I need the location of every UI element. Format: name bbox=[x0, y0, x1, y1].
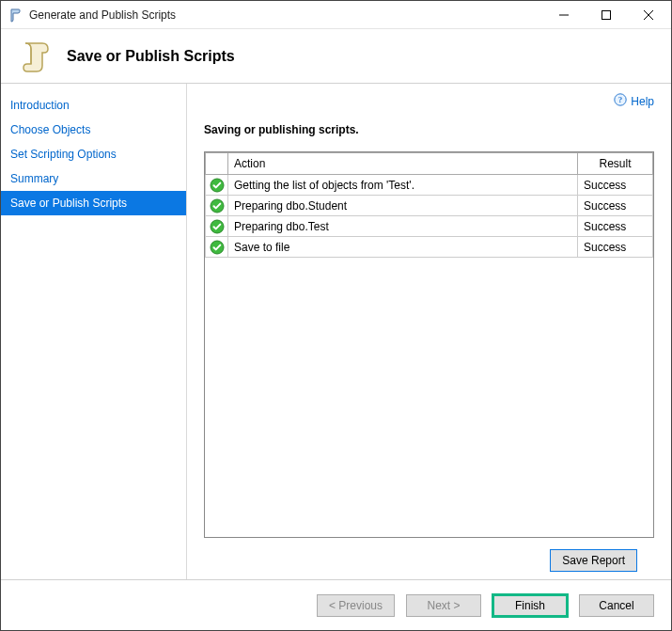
result-cell: Success bbox=[578, 216, 653, 237]
success-icon bbox=[206, 175, 228, 196]
next-button: Next > bbox=[406, 594, 481, 617]
sidebar-item-label: Summary bbox=[10, 172, 58, 185]
app-icon bbox=[8, 8, 23, 23]
sidebar-item-summary[interactable]: Summary bbox=[1, 166, 186, 191]
sidebar-item-set-scripting-options[interactable]: Set Scripting Options bbox=[1, 142, 186, 166]
table-row: Save to fileSuccess bbox=[206, 237, 653, 258]
success-icon bbox=[206, 216, 228, 237]
result-cell: Success bbox=[578, 237, 653, 258]
svg-rect-1 bbox=[602, 10, 610, 19]
save-report-button[interactable]: Save Report bbox=[550, 549, 637, 572]
result-cell: Success bbox=[578, 196, 653, 216]
table-row: Getting the list of objects from 'Test'.… bbox=[206, 175, 653, 196]
progress-grid: Action Result Getting the list of object… bbox=[204, 151, 654, 538]
col-result: Result bbox=[578, 153, 653, 175]
table-row: Preparing dbo.TestSuccess bbox=[206, 216, 653, 237]
sidebar: Introduction Choose Objects Set Scriptin… bbox=[1, 84, 187, 579]
col-icon bbox=[206, 153, 228, 175]
maximize-button[interactable] bbox=[585, 1, 627, 28]
sidebar-item-choose-objects[interactable]: Choose Objects bbox=[1, 118, 186, 142]
sidebar-item-label: Save or Publish Scripts bbox=[10, 197, 127, 210]
finish-button[interactable]: Finish bbox=[492, 594, 568, 617]
action-cell: Preparing dbo.Student bbox=[228, 196, 578, 216]
minimize-button[interactable] bbox=[542, 1, 585, 28]
cancel-button[interactable]: Cancel bbox=[579, 594, 654, 617]
sidebar-item-save-or-publish[interactable]: Save or Publish Scripts bbox=[1, 191, 186, 215]
col-action: Action bbox=[228, 153, 578, 175]
page-title: Save or Publish Scripts bbox=[67, 48, 235, 65]
sidebar-item-label: Set Scripting Options bbox=[10, 148, 117, 161]
result-cell: Success bbox=[578, 175, 653, 196]
success-icon bbox=[206, 237, 228, 258]
sidebar-item-label: Introduction bbox=[10, 99, 70, 112]
help-link[interactable]: ? Help bbox=[614, 93, 654, 109]
sidebar-item-introduction[interactable]: Introduction bbox=[1, 93, 186, 118]
help-label: Help bbox=[631, 95, 654, 108]
window-title: Generate and Publish Scripts bbox=[29, 8, 542, 22]
help-icon: ? bbox=[614, 93, 627, 109]
scroll-icon bbox=[16, 38, 54, 75]
action-cell: Save to file bbox=[228, 237, 578, 258]
main-pane: ? Help Saving or publishing scripts. Act… bbox=[187, 84, 671, 579]
table-row: Preparing dbo.StudentSuccess bbox=[206, 196, 653, 216]
status-text: Saving or publishing scripts. bbox=[204, 123, 654, 136]
close-button[interactable] bbox=[627, 1, 669, 28]
footer: < Previous Next > Finish Cancel bbox=[1, 579, 671, 630]
previous-button[interactable]: < Previous bbox=[317, 594, 395, 617]
svg-text:?: ? bbox=[618, 95, 623, 104]
action-cell: Preparing dbo.Test bbox=[228, 216, 578, 237]
titlebar: Generate and Publish Scripts bbox=[1, 1, 671, 29]
success-icon bbox=[206, 196, 228, 216]
header-banner: Save or Publish Scripts bbox=[1, 29, 671, 84]
sidebar-item-label: Choose Objects bbox=[10, 123, 90, 136]
content: Introduction Choose Objects Set Scriptin… bbox=[1, 84, 671, 579]
action-cell: Getting the list of objects from 'Test'. bbox=[228, 175, 578, 196]
window-controls bbox=[542, 1, 669, 28]
